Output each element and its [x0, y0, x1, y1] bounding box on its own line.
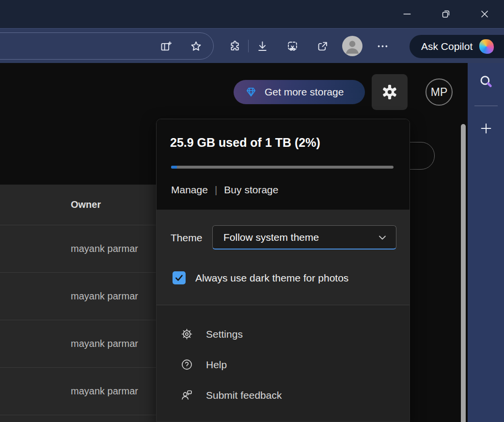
checkbox-checked[interactable]	[173, 271, 186, 284]
menu-item-help[interactable]: Help	[157, 349, 410, 380]
minimize-button[interactable]	[388, 0, 426, 28]
split-screen-button[interactable]	[155, 35, 176, 57]
edge-sidebar	[468, 63, 504, 422]
storage-usage-title: 25.9 GB used of 1 TB (2%)	[170, 136, 320, 150]
minimize-icon	[402, 9, 412, 19]
browser-more-button[interactable]	[372, 35, 393, 57]
table-row[interactable]: mayank parmar	[0, 320, 156, 368]
diamond-icon	[244, 85, 258, 99]
dark-theme-photos-checkbox-row[interactable]: Always use dark theme for photos	[173, 271, 348, 284]
feedback-person-icon	[180, 389, 193, 402]
gear-icon	[381, 84, 398, 100]
restore-button[interactable]	[426, 0, 465, 28]
downloads-button[interactable]	[252, 35, 273, 57]
account-avatar[interactable]: MP	[425, 78, 453, 106]
downloads-icon	[256, 40, 269, 53]
toolbar-separator	[248, 40, 249, 52]
share-icon	[316, 40, 329, 53]
theme-section: Theme Follow system theme Always use dar…	[157, 209, 410, 305]
table-row[interactable]: mayank parmar	[0, 368, 156, 415]
sidebar-add-icon	[479, 121, 493, 136]
page-scrollbar-thumb[interactable]	[461, 124, 466, 422]
close-button[interactable]	[465, 0, 504, 28]
favorites-button[interactable]	[185, 35, 206, 57]
link-separator: |	[215, 184, 217, 196]
panel-menu: Settings Help Submit feedback	[157, 305, 410, 422]
table-row[interactable]: mayank parmar	[0, 225, 156, 273]
profile-avatar-icon	[342, 36, 362, 56]
edge-browser-window: Ask Copilot Get more storage MP	[0, 0, 504, 422]
ask-copilot-label: Ask Copilot	[421, 41, 472, 52]
close-icon	[479, 9, 490, 19]
address-bar[interactable]	[0, 32, 214, 60]
checkmark-icon	[174, 273, 184, 283]
settings-gear-icon	[180, 328, 193, 341]
menu-item-submit-feedback[interactable]: Submit feedback	[157, 380, 410, 410]
browser-profile-button[interactable]	[342, 35, 363, 57]
toolbar-actions	[224, 35, 393, 57]
screenshot-button[interactable]	[282, 35, 303, 57]
copilot-icon	[479, 39, 494, 54]
settings-panel: 25.9 GB used of 1 TB (2%) Manage | Buy s…	[156, 119, 410, 422]
browser-toolbar: Ask Copilot	[0, 28, 504, 63]
manage-link[interactable]: Manage	[171, 184, 208, 196]
owner-column-header[interactable]: Owner	[0, 185, 156, 225]
storage-links: Manage | Buy storage	[171, 184, 278, 196]
storage-progress-fill	[171, 166, 177, 169]
favorites-star-icon	[189, 40, 203, 53]
ask-copilot-button[interactable]: Ask Copilot	[410, 35, 504, 58]
buy-storage-link[interactable]: Buy storage	[224, 184, 278, 196]
split-screen-icon	[159, 40, 173, 53]
table-row[interactable]: mayank parmar	[0, 273, 156, 320]
checkbox-label: Always use dark theme for photos	[195, 272, 348, 284]
share-button[interactable]	[312, 35, 333, 57]
settings-gear-button[interactable]	[372, 74, 408, 110]
menu-item-settings[interactable]: Settings	[157, 319, 410, 349]
screenshot-icon	[286, 40, 299, 53]
theme-dropdown-value: Follow system theme	[223, 232, 319, 243]
theme-dropdown[interactable]: Follow system theme	[212, 225, 396, 250]
more-ellipsis-icon	[376, 40, 389, 53]
get-more-storage-button[interactable]: Get more storage	[234, 80, 365, 104]
sidebar-add-button[interactable]	[474, 117, 498, 140]
sidebar-search-icon	[478, 73, 494, 90]
storage-section: 25.9 GB used of 1 TB (2%) Manage | Buy s…	[157, 119, 410, 209]
onedrive-page: Get more storage MP Owner mayank parmar …	[0, 63, 468, 422]
avatar-initials: MP	[431, 86, 448, 99]
window-titlebar	[0, 0, 504, 28]
window-controls	[388, 0, 504, 28]
help-question-icon	[180, 358, 193, 371]
extensions-puzzle-icon	[228, 40, 241, 53]
restore-icon	[441, 9, 451, 19]
get-more-storage-label: Get more storage	[265, 86, 344, 98]
files-table: Owner mayank parmar mayank parmar mayank…	[0, 185, 156, 422]
theme-label: Theme	[171, 232, 202, 244]
sidebar-search-button[interactable]	[474, 70, 498, 93]
extensions-button[interactable]	[224, 35, 245, 57]
storage-progress-bar	[171, 166, 394, 169]
chevron-down-icon	[377, 232, 388, 243]
sidebar-divider	[474, 106, 498, 106]
